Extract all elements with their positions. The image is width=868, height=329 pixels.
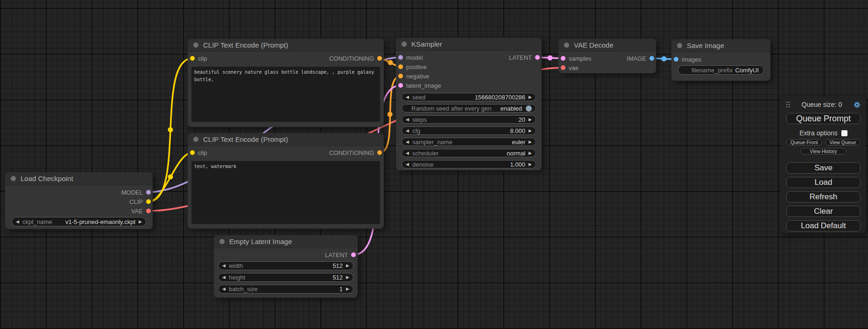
link-midpoint-dot[interactable] <box>388 112 393 117</box>
view-history-button[interactable]: View History <box>800 148 847 154</box>
output-slot-image[interactable] <box>649 56 654 61</box>
slot-label: images <box>682 56 701 63</box>
node-vae-decode[interactable]: VAE Decode samples IMAGE vae <box>558 39 656 73</box>
link-midpoint-dot[interactable] <box>168 127 173 133</box>
link-midpoint-dot[interactable] <box>168 175 173 180</box>
decrement-arrow-icon[interactable]: ◀ <box>222 287 226 291</box>
load-button[interactable]: Load <box>786 177 861 188</box>
collapse-dot-icon[interactable] <box>564 42 569 48</box>
increment-arrow-icon[interactable]: ▶ <box>139 220 142 224</box>
increment-arrow-icon[interactable]: ▶ <box>529 95 532 99</box>
random-seed-toggle[interactable] <box>526 105 532 112</box>
widget-label: Random seed after every gen <box>411 105 491 112</box>
decrement-arrow-icon[interactable]: ◀ <box>222 264 226 268</box>
collapse-dot-icon[interactable] <box>677 43 682 48</box>
collapse-dot-icon[interactable] <box>193 42 198 48</box>
input-slot-clip[interactable] <box>190 56 195 61</box>
filename-prefix-widget[interactable]: filename_prefix ComfyUI <box>678 65 764 75</box>
increment-arrow-icon[interactable]: ▶ <box>529 162 532 167</box>
decrement-arrow-icon[interactable]: ◀ <box>406 129 409 133</box>
node-clip-text-encode-positive[interactable]: CLIP Text Encode (Prompt) clip CONDITION… <box>188 39 384 127</box>
node-title-bar[interactable]: CLIP Text Encode (Prompt) <box>188 133 384 146</box>
input-slot-vae[interactable] <box>561 65 565 70</box>
drag-handle-icon[interactable] <box>786 102 790 108</box>
input-slot-negative[interactable] <box>398 74 403 78</box>
collapse-dot-icon[interactable] <box>193 137 198 142</box>
queue-front-button[interactable]: Queue Front <box>786 139 822 146</box>
output-slot-conditioning[interactable] <box>377 150 382 155</box>
decrement-arrow-icon[interactable]: ◀ <box>406 151 409 155</box>
node-title-bar[interactable]: VAE Decode <box>558 39 656 52</box>
collapse-dot-icon[interactable] <box>219 239 225 244</box>
node-title-bar[interactable]: Empty Latent Image <box>214 235 358 248</box>
link-midpoint-dot[interactable] <box>662 56 667 62</box>
input-slot-samples[interactable] <box>561 56 565 61</box>
batch-size-widget[interactable]: ◀ batch_size 1 ▶ <box>218 285 353 294</box>
node-save-image[interactable]: Save Image images filename_prefix ComfyU… <box>671 39 770 81</box>
height-widget[interactable]: ◀ height 512 ▶ <box>218 273 353 282</box>
input-slot-images[interactable] <box>674 57 678 62</box>
view-queue-button[interactable]: View Queue <box>825 139 861 146</box>
increment-arrow-icon[interactable]: ▶ <box>529 140 532 144</box>
node-graph-canvas[interactable]: Load Checkpoint MODEL CLIP VAE ◀ ckpt_na… <box>0 0 868 329</box>
increment-arrow-icon[interactable]: ▶ <box>346 264 349 268</box>
denoise-widget[interactable]: ◀ denoise 1.000 ▶ <box>402 160 536 168</box>
decrement-arrow-icon[interactable]: ◀ <box>16 220 19 224</box>
random-seed-widget[interactable]: Random seed after every gen enabled <box>402 104 536 112</box>
input-slot-positive[interactable] <box>398 64 403 69</box>
input-slot-clip[interactable] <box>190 150 195 155</box>
decrement-arrow-icon[interactable]: ◀ <box>406 118 409 122</box>
node-ksampler[interactable]: KSampler model LATENT positive negative … <box>396 38 542 170</box>
output-slot-conditioning[interactable] <box>377 56 382 61</box>
slot-row: vae <box>558 63 656 72</box>
increment-arrow-icon[interactable]: ▶ <box>529 151 532 155</box>
input-slot-latent-image[interactable] <box>398 83 403 88</box>
collapse-dot-icon[interactable] <box>402 42 407 47</box>
widget-value: normal <box>507 150 525 157</box>
decrement-arrow-icon[interactable]: ◀ <box>406 95 409 99</box>
increment-arrow-icon[interactable]: ▶ <box>529 118 532 122</box>
node-empty-latent-image[interactable]: Empty Latent Image LATENT ◀ width 512 ▶ … <box>214 235 358 298</box>
collapse-dot-icon[interactable] <box>11 176 16 181</box>
node-title-bar[interactable]: Save Image <box>671 39 770 52</box>
positive-prompt-textarea[interactable]: beautiful scenery nature glass bottle la… <box>191 67 380 122</box>
negative-prompt-textarea[interactable]: text, watermark <box>191 161 380 224</box>
node-title-bar[interactable]: KSampler <box>396 38 542 51</box>
settings-gear-icon[interactable] <box>854 101 861 108</box>
output-slot-latent[interactable] <box>535 55 540 60</box>
steps-widget[interactable]: ◀ steps 20 ▶ <box>402 115 536 124</box>
increment-arrow-icon[interactable]: ▶ <box>346 275 349 280</box>
clear-button[interactable]: Clear <box>786 206 861 217</box>
decrement-arrow-icon[interactable]: ◀ <box>406 162 409 167</box>
slot-label: VAE <box>131 208 143 215</box>
output-slot-clip[interactable] <box>146 199 151 204</box>
node-load-checkpoint[interactable]: Load Checkpoint MODEL CLIP VAE ◀ ckpt_na… <box>5 172 153 229</box>
link-midpoint-dot[interactable] <box>548 56 553 61</box>
queue-prompt-button[interactable]: Queue Prompt <box>786 113 861 124</box>
width-widget[interactable]: ◀ width 512 ▶ <box>218 261 353 270</box>
decrement-arrow-icon[interactable]: ◀ <box>222 275 226 280</box>
input-slot-model[interactable] <box>398 55 403 60</box>
slot-row: latent_image <box>396 81 542 90</box>
widget-label: cfg <box>412 127 420 134</box>
seed-widget[interactable]: ◀ seed 156680208700286 ▶ <box>402 93 536 101</box>
sampler-name-widget[interactable]: ◀ sampler_name euler ▶ <box>402 138 536 146</box>
refresh-button[interactable]: Refresh <box>786 191 861 203</box>
node-clip-text-encode-negative[interactable]: CLIP Text Encode (Prompt) clip CONDITION… <box>188 133 384 229</box>
node-title-bar[interactable]: CLIP Text Encode (Prompt) <box>188 39 384 52</box>
extra-options-checkbox[interactable] <box>841 130 847 136</box>
output-slot-model[interactable] <box>146 190 151 195</box>
increment-arrow-icon[interactable]: ▶ <box>346 287 349 291</box>
increment-arrow-icon[interactable]: ▶ <box>529 129 532 133</box>
save-button[interactable]: Save <box>786 162 861 174</box>
link-midpoint-dot[interactable] <box>388 60 393 65</box>
node-title-bar[interactable]: Load Checkpoint <box>5 172 153 185</box>
output-slot-vae[interactable] <box>146 209 151 213</box>
slot-row: positive <box>396 62 542 71</box>
ckpt-name-widget[interactable]: ◀ ckpt_name v1-5-pruned-emaonly.ckpt ▶ <box>12 217 146 226</box>
output-slot-latent[interactable] <box>351 252 356 257</box>
load-default-button[interactable]: Load Default <box>786 220 861 231</box>
scheduler-widget[interactable]: ◀ scheduler normal ▶ <box>402 149 536 157</box>
cfg-widget[interactable]: ◀ cfg 8.000 ▶ <box>402 126 536 135</box>
decrement-arrow-icon[interactable]: ◀ <box>406 140 409 144</box>
